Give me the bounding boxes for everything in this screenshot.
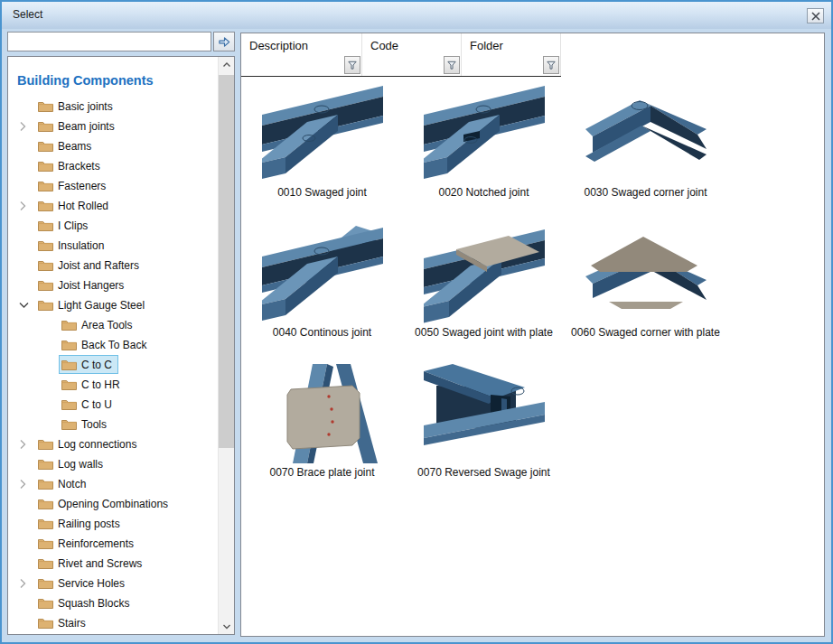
component-item[interactable]: 0020 Notched joint (403, 77, 565, 217)
tree-item-label: Tools (81, 418, 107, 431)
scroll-up-button[interactable] (219, 57, 234, 72)
tree-item-label: Brackets (58, 160, 100, 173)
filter-button[interactable] (344, 56, 360, 74)
tree-item-target[interactable]: C to U (59, 395, 118, 414)
tree-item-target[interactable]: Brackets (35, 156, 107, 175)
tree-item-target[interactable]: Insulation (35, 236, 110, 255)
tree-item-target[interactable]: Squash Blocks (35, 593, 136, 612)
tree-item-target[interactable]: Railing posts (35, 514, 126, 533)
component-item[interactable]: 0060 Swaged corner with plate (565, 217, 726, 357)
tree-item-log-connections: Log connections (8, 434, 219, 454)
filter-button[interactable] (444, 56, 460, 74)
tree-item-basic-joints: Basic joints (8, 97, 219, 117)
funnel-icon (546, 60, 557, 70)
tree-expander[interactable] (19, 578, 28, 589)
tree-item-hot-rolled: Hot Rolled (8, 196, 219, 216)
tree-item-target[interactable]: Joist and Rafters (35, 256, 145, 275)
component-item[interactable]: 0070 Brace plate joint (241, 357, 403, 497)
folder-icon (38, 498, 53, 509)
tree-item-target[interactable]: Back To Back (59, 335, 153, 354)
tree-item-target[interactable]: Reinforcements (35, 534, 140, 553)
tree-scrollbar[interactable] (218, 57, 234, 634)
tree-list: Basic jointsBeam jointsBeamsBracketsFast… (8, 97, 219, 633)
folder-icon (38, 597, 53, 609)
chevron-down-icon (19, 300, 29, 311)
title-bar[interactable]: Select (2, 2, 831, 29)
folder-icon (38, 259, 53, 271)
tree-item-label: Rivet and Screws (58, 557, 142, 570)
tree-item-label: C to C (81, 359, 112, 371)
component-grid: 0010 Swaged joint0020 Notched joint0030 … (241, 77, 726, 497)
scroll-down-button[interactable] (219, 619, 234, 634)
tree-item-target[interactable]: Fasteners (35, 176, 112, 195)
tree-item-label: Beam joints (58, 120, 115, 133)
tree-item-label: Hot Rolled (58, 200, 108, 212)
tree-item-target[interactable]: Joist Hangers (35, 275, 130, 294)
tree-item-label: Joist Hangers (58, 279, 124, 292)
close-button[interactable] (807, 8, 824, 23)
tree-item-target[interactable]: Light Gauge Steel (35, 295, 151, 314)
tree-expander[interactable] (19, 201, 28, 211)
tree-item-target[interactable]: I Clips (35, 216, 94, 235)
tree-item-target[interactable]: C to HR (59, 375, 126, 394)
chevron-up-icon (222, 61, 231, 69)
folder-icon (38, 100, 53, 112)
search-go-button[interactable] (213, 32, 235, 51)
folder-icon (38, 279, 53, 291)
tree-item-label: C to U (81, 398, 112, 411)
tree-item-i-clips: I Clips (8, 216, 219, 236)
tree-item-target[interactable]: Log connections (35, 434, 143, 453)
component-item[interactable]: 0030 Swaged corner joint (565, 77, 726, 217)
search-input[interactable] (7, 32, 211, 51)
folder-icon (38, 140, 53, 152)
tree-item-target[interactable]: Rivet and Screws (35, 554, 148, 573)
tree-item-target[interactable]: Notch (35, 474, 92, 493)
tree-item-target[interactable]: Opening Combinations (35, 494, 174, 513)
folder-icon (38, 438, 53, 450)
tree-item-target[interactable]: Area Tools (59, 315, 138, 334)
filter-button[interactable] (543, 56, 559, 74)
column-header-code[interactable]: Code (362, 33, 462, 76)
scrollbar-thumb[interactable] (219, 75, 234, 448)
chevron-down-icon (222, 623, 231, 630)
tree-item-opening-combinations: Opening Combinations (8, 494, 219, 514)
tree-item-target[interactable]: Basic joints (35, 97, 119, 116)
component-label: 0050 Swaged joint with plate (415, 326, 553, 339)
tree-item-label: Back To Back (81, 339, 146, 351)
arrow-right-icon (218, 35, 231, 49)
column-header-folder[interactable]: Folder (462, 33, 561, 76)
tree-item-target[interactable]: Service Holes (35, 574, 131, 593)
tree-expander[interactable] (19, 479, 28, 490)
tree-item-log-walls: Log walls (8, 454, 219, 474)
component-thumbnail (585, 224, 707, 323)
tree-item-label: Joist and Rafters (58, 259, 139, 272)
component-item[interactable]: 0050 Swaged joint with plate (403, 217, 565, 357)
tree-item-label: Beams (58, 140, 91, 153)
funnel-icon (446, 60, 457, 70)
folder-icon (38, 458, 53, 470)
tree-item-label: Fasteners (58, 180, 106, 192)
column-header-description[interactable]: Description (241, 33, 362, 76)
component-label: 0070 Reversed Swage joint (417, 466, 550, 479)
component-thumbnail (424, 224, 545, 323)
folder-icon (38, 478, 53, 490)
tree-expander[interactable] (19, 439, 28, 450)
component-thumbnail (424, 364, 545, 463)
tree-item-target[interactable]: Log walls (35, 454, 109, 473)
tree-item-target[interactable]: Beams (35, 136, 98, 155)
tree-item-target[interactable]: Hot Rolled (35, 196, 115, 215)
tree-item-target[interactable]: Tools (59, 415, 113, 434)
tree-item-target[interactable]: C to C (59, 355, 118, 374)
component-item[interactable]: 0040 Continous joint (241, 217, 403, 357)
component-thumbnail (262, 364, 383, 463)
tree-item-label: Service Holes (58, 577, 125, 590)
component-label: 0070 Brace plate joint (269, 466, 374, 479)
component-thumbnail (585, 84, 707, 183)
tree-item-joist-and-rafters: Joist and Rafters (8, 256, 219, 275)
tree-expander[interactable] (19, 300, 28, 311)
component-item[interactable]: 0010 Swaged joint (241, 77, 403, 217)
tree-item-target[interactable]: Stairs (35, 613, 92, 632)
component-item[interactable]: 0070 Reversed Swage joint (403, 357, 565, 497)
tree-expander[interactable] (19, 121, 28, 132)
tree-item-target[interactable]: Beam joints (35, 117, 121, 135)
